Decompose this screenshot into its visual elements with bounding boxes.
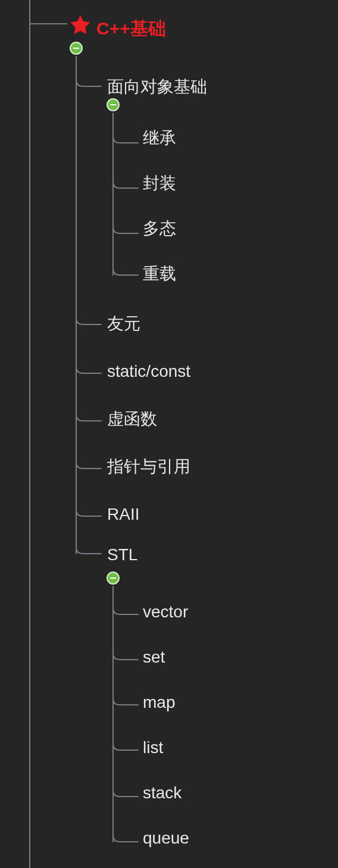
tree-node-list[interactable]: list	[143, 739, 163, 756]
tree-node-poly[interactable]: 多态	[143, 220, 176, 237]
tree-node-map[interactable]: map	[143, 694, 175, 711]
star-icon	[68, 13, 92, 40]
tree-node-oop[interactable]: 面向对象基础	[107, 79, 207, 95]
collapse-toggle-stl[interactable]	[107, 572, 120, 585]
tree-node-encap[interactable]: 封装	[143, 175, 176, 192]
tree-node-friend[interactable]: 友元	[107, 316, 140, 332]
tree-node-raii[interactable]: RAII	[107, 506, 139, 523]
collapse-toggle-root[interactable]	[70, 42, 83, 55]
tree-node-static-const[interactable]: static/const	[107, 363, 190, 380]
tree-node-virtual[interactable]: 虚函数	[107, 411, 157, 427]
tree-node-ptr-ref[interactable]: 指针与引用	[107, 458, 190, 475]
tree-node-set[interactable]: set	[143, 649, 165, 666]
collapse-toggle-oop[interactable]	[107, 98, 120, 111]
tree-node-vector[interactable]: vector	[143, 604, 188, 620]
tree-node-overload[interactable]: 重载	[143, 266, 176, 282]
tree-node-inherit[interactable]: 继承	[143, 130, 176, 146]
tree-node-queue[interactable]: queue	[143, 830, 189, 847]
tree-node-stl[interactable]: STL	[107, 547, 137, 563]
tree-node-stack[interactable]: stack	[143, 785, 181, 801]
tree-root-label[interactable]: C++基础	[96, 17, 166, 41]
